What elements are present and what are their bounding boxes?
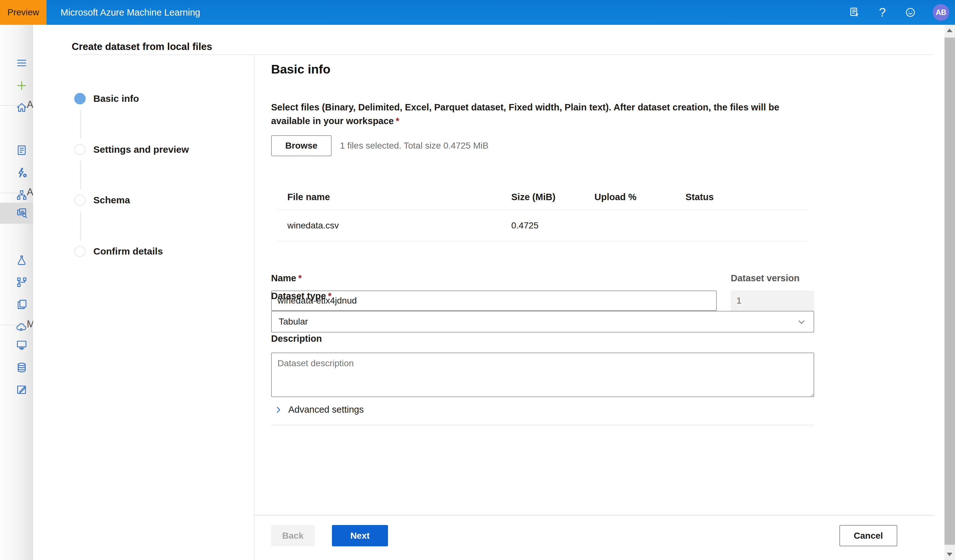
step-confirm-details[interactable]: Confirm details [74, 245, 163, 258]
sidebar: A A M [0, 25, 33, 560]
topbar-actions: ? AB [849, 0, 949, 25]
column-header-size: Size (MiB) [511, 192, 594, 202]
dataset-version-group: Dataset version [731, 273, 814, 311]
nav-section-divider [0, 193, 24, 193]
chevron-right-icon [274, 406, 283, 414]
feedback-smiley-icon[interactable] [905, 7, 916, 18]
description-textarea[interactable] [271, 353, 814, 397]
name-input[interactable] [271, 290, 717, 311]
app-root: Preview Microsoft Azure Machine Learning… [0, 0, 955, 560]
step-schema[interactable]: Schema [74, 194, 130, 206]
new-plus-icon[interactable] [16, 80, 28, 92]
next-button[interactable]: Next [332, 525, 388, 546]
vertical-scrollbar[interactable] [944, 25, 955, 560]
endpoints-icon[interactable] [16, 321, 28, 333]
automated-ml-icon[interactable] [16, 167, 28, 179]
step-circle [74, 194, 86, 206]
file-table: File name Size (MiB) Upload % Status win… [277, 184, 807, 242]
dataset-type-label: Dataset type* [271, 291, 332, 301]
designer-icon[interactable] [16, 189, 28, 201]
preview-badge: Preview [0, 0, 47, 25]
nav-form-divider [254, 55, 255, 560]
step-circle [74, 144, 86, 155]
dataset-version-input [731, 290, 814, 311]
dataset-version-label: Dataset version [731, 273, 814, 284]
chevron-down-icon [796, 317, 806, 327]
scroll-up-arrow-icon[interactable] [947, 29, 952, 32]
step-connector [80, 161, 81, 189]
browse-row: Browse 1 files selected. Total size 0.47… [271, 135, 488, 156]
menu-icon[interactable] [16, 57, 28, 69]
scroll-down-arrow-icon[interactable] [947, 553, 952, 556]
nav-section-label: A [27, 186, 33, 198]
experiments-icon[interactable] [16, 254, 28, 266]
back-button[interactable]: Back [271, 525, 315, 546]
table-row: winedata.csv 0.4725 [277, 210, 807, 242]
avatar[interactable]: AB [933, 4, 949, 21]
dataset-type-value: Tabular [279, 317, 308, 327]
step-connector [80, 110, 81, 139]
select-files-instruction: Select files (Binary, Delimited, Excel, … [271, 101, 800, 128]
datastores-icon[interactable] [16, 362, 28, 374]
page-title: Create dataset from local files [72, 41, 212, 53]
pipelines-icon[interactable] [16, 276, 28, 288]
models-icon[interactable] [16, 298, 28, 310]
datasets-icon[interactable] [16, 207, 28, 219]
advanced-settings-toggle[interactable]: Advanced settings [274, 404, 364, 415]
home-icon[interactable] [16, 101, 28, 114]
footer-divider [254, 515, 935, 515]
step-settings-preview[interactable]: Settings and preview [74, 143, 189, 156]
step-connector [80, 212, 81, 240]
advanced-settings-divider [271, 425, 814, 426]
scrollbar-thumb[interactable] [944, 37, 955, 545]
browse-button[interactable]: Browse [271, 135, 332, 156]
basic-info-form: Basic info Select files (Binary, Delimit… [271, 25, 814, 560]
name-field-group: Name* [271, 273, 717, 311]
cell-size: 0.4725 [511, 220, 594, 231]
nav-section-divider [0, 325, 24, 325]
nav-section-label: A [27, 99, 33, 111]
step-circle [74, 246, 86, 257]
column-header-file-name: File name [277, 192, 511, 202]
column-header-status: Status [686, 192, 807, 202]
cell-file-name: winedata.csv [277, 220, 511, 231]
step-circle [74, 93, 86, 105]
column-header-upload: Upload % [594, 192, 686, 202]
cancel-button[interactable]: Cancel [839, 525, 897, 546]
required-asterisk: * [298, 273, 302, 283]
compute-icon[interactable] [16, 339, 28, 351]
task-list-filter-icon[interactable] [849, 7, 860, 18]
description-label: Description [271, 334, 322, 344]
nav-section-divider [0, 105, 24, 106]
name-label: Name* [271, 273, 717, 284]
required-asterisk: * [328, 291, 331, 301]
topbar: Preview Microsoft Azure Machine Learning… [0, 0, 955, 25]
step-basic-info[interactable]: Basic info [74, 92, 139, 105]
main-content: Create dataset from local files Basic in… [33, 25, 955, 560]
notebooks-icon[interactable] [16, 144, 28, 156]
file-table-header: File name Size (MiB) Upload % Status [277, 184, 807, 210]
app-title: Microsoft Azure Machine Learning [61, 7, 200, 18]
help-icon[interactable]: ? [877, 7, 888, 18]
files-selected-text: 1 files selected. Total size 0.4725 MiB [340, 140, 488, 151]
form-heading: Basic info [271, 62, 330, 76]
data-labeling-icon[interactable] [16, 384, 28, 396]
wizard-steps: Basic info Settings and preview Schema C… [74, 92, 246, 270]
dataset-type-select[interactable]: Tabular [271, 311, 814, 332]
required-asterisk: * [396, 116, 399, 126]
nav-section-label: M [27, 318, 33, 330]
